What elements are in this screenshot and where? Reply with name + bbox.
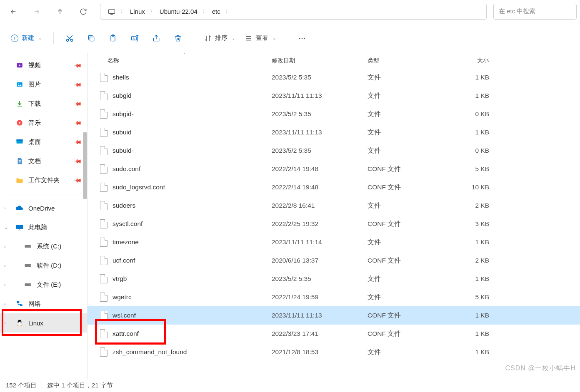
sort-indicator-icon: ˄ — [183, 53, 186, 58]
paste-button[interactable] — [103, 30, 123, 47]
column-type[interactable]: 类型 — [363, 53, 443, 68]
sidebar-quick-item[interactable]: 音乐📌 — [0, 113, 87, 132]
file-row[interactable]: timezone 2023/11/11 11:14 文件 1 KB — [88, 233, 580, 251]
more-button[interactable] — [292, 30, 312, 47]
sidebar-quick-item[interactable]: 下载📌 — [0, 94, 87, 113]
file-icon — [100, 329, 108, 338]
file-size: 1 KB — [443, 238, 493, 246]
file-size: 10 KB — [443, 184, 493, 191]
file-size: 1 KB — [443, 74, 493, 81]
breadcrumb-root-icon[interactable] — [104, 4, 120, 19]
sidebar-quick-item[interactable]: 桌面📌 — [0, 132, 87, 151]
sidebar-item-label: 工作文件夹 — [28, 176, 60, 184]
sidebar-tree-item[interactable]: ›系统 (C:) — [0, 237, 87, 256]
sidebar-tree-item[interactable]: ›软件 (D:) — [0, 256, 87, 275]
file-type: CONF 文件 — [363, 165, 443, 174]
forward-button[interactable] — [27, 3, 47, 20]
file-name: wsl.conf — [112, 312, 136, 319]
chevron-right-icon: 〉 — [202, 8, 208, 15]
file-row[interactable]: wgetrc 2022/1/24 19:59 文件 5 KB — [88, 288, 580, 306]
new-button[interactable]: + 新建 ⌄ — [5, 31, 48, 45]
back-button[interactable] — [3, 3, 23, 20]
refresh-button[interactable] — [73, 3, 93, 20]
folder-icon — [15, 176, 24, 185]
file-icon — [100, 146, 108, 155]
share-button[interactable] — [146, 30, 166, 47]
rename-button[interactable]: A — [125, 30, 145, 47]
file-row[interactable]: wsl.conf 2023/11/11 11:13 CONF 文件 1 KB — [88, 306, 580, 325]
file-row[interactable]: sysctl.conf 2022/2/25 19:32 CONF 文件 3 KB — [88, 215, 580, 233]
file-row[interactable]: sudoers 2022/2/8 16:41 文件 2 KB — [88, 196, 580, 215]
sidebar-tree-item[interactable]: ⌄此电脑 — [0, 218, 87, 237]
column-name[interactable]: 名称 — [88, 53, 268, 68]
file-icon — [100, 183, 108, 192]
chevron-right-icon: 〉 — [120, 8, 126, 15]
cut-button[interactable] — [60, 30, 80, 47]
sidebar-tree-item[interactable]: ›文件 (E:) — [0, 275, 87, 294]
sidebar-item-label: 此电脑 — [28, 223, 47, 231]
up-button[interactable] — [50, 3, 70, 20]
chevron-right-icon: 〉 — [149, 8, 155, 15]
file-row[interactable]: zsh_command_not_found 2021/12/8 18:53 文件… — [88, 343, 580, 361]
file-date: 2023/11/11 11:13 — [268, 129, 363, 136]
svg-point-28 — [18, 322, 21, 325]
delete-button[interactable] — [168, 30, 188, 47]
file-row[interactable]: shells 2023/5/2 5:35 文件 1 KB — [88, 68, 580, 87]
chevron-down-icon: ⌄ — [38, 36, 42, 40]
file-row[interactable]: subgid- 2023/5/2 5:35 文件 0 KB — [88, 105, 580, 123]
sidebar-quick-item[interactable]: 工作文件夹📌 — [0, 171, 87, 190]
file-row[interactable]: sudo.conf 2022/2/14 19:48 CONF 文件 5 KB — [88, 160, 580, 178]
sidebar-quick-item[interactable]: 图片📌 — [0, 75, 87, 94]
svg-text:A: A — [133, 37, 135, 40]
sidebar-tree-item[interactable]: ›Linux — [0, 313, 87, 332]
copy-button[interactable] — [81, 30, 101, 47]
file-icon — [100, 293, 108, 302]
drive-icon — [23, 280, 32, 289]
sidebar-quick-item[interactable]: 视频📌 — [0, 56, 87, 75]
svg-rect-25 — [17, 301, 19, 303]
column-date[interactable]: 修改日期 — [268, 53, 363, 68]
chevron-icon: › — [4, 320, 6, 325]
file-name: wgetrc — [112, 293, 132, 301]
chevron-icon: › — [4, 244, 6, 249]
file-row[interactable]: sudo_logsrvd.conf 2022/2/14 19:48 CONF 文… — [88, 178, 580, 196]
view-button[interactable]: 查看 ⌄ — [241, 31, 280, 45]
file-type: CONF 文件 — [363, 311, 443, 320]
file-row[interactable]: subuid 2023/11/11 11:13 文件 1 KB — [88, 123, 580, 141]
pin-icon: 📌 — [73, 99, 82, 108]
file-name: subgid- — [112, 110, 134, 118]
sidebar-tree-item[interactable]: ›OneDrive — [0, 198, 87, 218]
svg-rect-3 — [90, 37, 94, 41]
file-row[interactable]: xattr.conf 2022/3/23 17:41 CONF 文件 1 KB — [88, 325, 580, 343]
file-type: CONF 文件 — [363, 256, 443, 265]
document-icon — [15, 156, 24, 166]
file-row[interactable]: subgid 2023/11/11 11:13 文件 1 KB — [88, 87, 580, 105]
column-size[interactable]: 大小 — [443, 53, 493, 68]
file-row[interactable]: ucf.conf 2020/6/16 13:37 CONF 文件 2 KB — [88, 251, 580, 270]
sidebar-item-label: 视频 — [28, 62, 41, 69]
sidebar-item-label: 系统 (C:) — [37, 243, 61, 251]
file-type: 文件 — [363, 92, 443, 100]
watermark: CSDN @一枚小蜗牛H — [505, 364, 576, 373]
music-icon — [15, 118, 24, 127]
file-icon — [100, 238, 108, 247]
search-input[interactable]: 在 etc 中搜索 — [493, 4, 577, 20]
breadcrumb-seg-2[interactable]: etc — [208, 4, 225, 19]
breadcrumb-seg-0[interactable]: Linux — [126, 4, 149, 19]
file-date: 2021/12/8 18:53 — [268, 348, 363, 356]
breadcrumb-seg-1[interactable]: Ubuntu-22.04 — [155, 4, 202, 19]
file-name: subuid- — [112, 147, 134, 154]
sidebar-tree-item[interactable]: ›网络 — [0, 294, 87, 313]
breadcrumb[interactable]: 〉 Linux 〉 Ubuntu-22.04 〉 etc 〉 — [100, 4, 487, 20]
sidebar-quick-item[interactable]: 文档📌 — [0, 151, 87, 171]
main-area: 视频📌图片📌下载📌音乐📌桌面📌文档📌工作文件夹📌›OneDrive⌄此电脑›系统… — [0, 53, 580, 379]
file-row[interactable]: subuid- 2023/5/2 5:35 文件 0 KB — [88, 141, 580, 160]
file-row[interactable]: vtrgb 2023/5/2 5:35 文件 1 KB — [88, 270, 580, 288]
sort-button[interactable]: 排序 ⌄ — [200, 31, 239, 45]
separator — [6, 194, 81, 194]
file-type: 文件 — [363, 128, 443, 137]
file-size: 1 KB — [443, 275, 493, 283]
svg-point-9 — [302, 37, 303, 39]
file-type: CONF 文件 — [363, 220, 443, 228]
sidebar-item-label: Linux — [28, 320, 43, 327]
